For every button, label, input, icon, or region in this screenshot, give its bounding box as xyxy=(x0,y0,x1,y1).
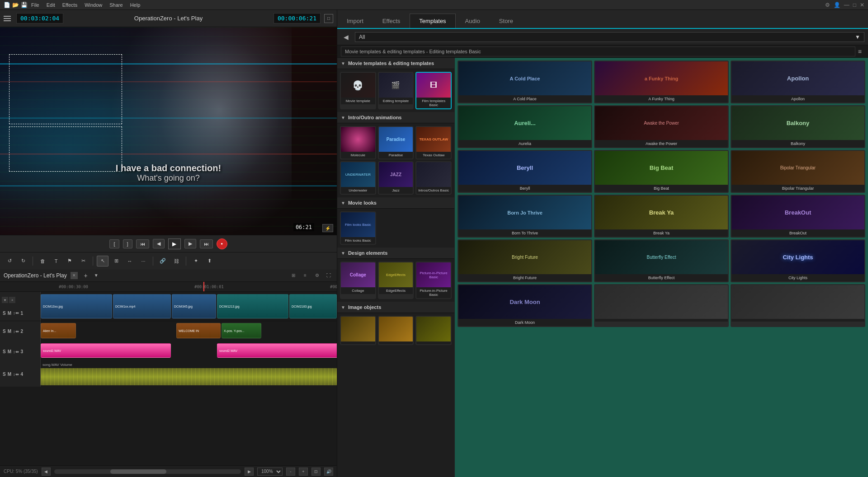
template-item-breakya[interactable]: Break Ya Break Ya xyxy=(594,195,729,238)
template-item-citylights[interactable]: City Lights City Lights xyxy=(731,239,865,282)
record-button[interactable]: ● xyxy=(217,238,227,249)
category-dropdown[interactable]: All ▼ xyxy=(355,32,864,42)
set-in-button[interactable]: [ xyxy=(109,239,119,248)
fit-timeline-button[interactable]: ⊡ xyxy=(311,468,321,476)
cat-item-jazz[interactable]: JAZZ Jazz xyxy=(378,161,414,195)
cat-item-texas[interactable]: TEXAS OUTLAW Texas Outlaw xyxy=(415,126,452,159)
track-arrows-4[interactable]: ↕⇔ xyxy=(13,372,19,377)
track-clip[interactable]: sound2.WAV xyxy=(41,343,171,358)
back-button[interactable]: ◀ xyxy=(341,33,351,42)
track-content-2[interactable]: Alien In... WELCOME IN X-pos. Y-pos... M… xyxy=(41,321,337,341)
cat-item-skull[interactable]: 💀 Movie template xyxy=(340,72,376,109)
track-arrows-3[interactable]: ↕⇔ xyxy=(13,350,19,354)
timeline-grid-icon[interactable]: ⊞ xyxy=(289,271,298,280)
current-timecode[interactable]: 00:03:02:04 xyxy=(16,13,63,23)
section-header-design[interactable]: ▼ Design elements xyxy=(337,248,454,259)
lightning-button[interactable]: ⚡ xyxy=(322,224,333,232)
templates-settings-button[interactable]: ≡ xyxy=(855,47,864,56)
menu-window[interactable]: Window xyxy=(85,2,102,8)
title-button[interactable]: T xyxy=(50,256,62,267)
menu-share[interactable]: Share xyxy=(109,2,123,8)
template-item-bright[interactable]: Bright Future Bright Future xyxy=(458,239,592,282)
jump-to-start-button[interactable]: ⏮ xyxy=(136,239,149,248)
cat-item-molecule[interactable]: Molecule xyxy=(340,126,376,159)
track-clip[interactable]: DCIM2183.jpg xyxy=(289,294,337,318)
template-item-balkony[interactable]: Balkony Balkony xyxy=(731,105,865,148)
timeline-fullscreen-icon[interactable]: ⛶ xyxy=(324,271,333,280)
cat-item-underwater[interactable]: UNDERWATER Underwater xyxy=(340,161,376,195)
maximize-preview-button[interactable]: □ xyxy=(324,14,333,23)
jump-to-end-button[interactable]: ⏭ xyxy=(200,239,213,248)
cursor-button[interactable]: ↖ xyxy=(97,256,108,267)
track-arrows-1[interactable]: ↕⇔ xyxy=(13,311,19,315)
audio-button[interactable]: 🔊 xyxy=(324,468,333,476)
unlink-button[interactable]: ⛓ xyxy=(170,256,182,267)
template-item-apollon[interactable]: Apollon Apollon xyxy=(731,61,865,103)
prev-frame-button[interactable]: ◀ xyxy=(153,239,165,248)
set-out-button[interactable]: ] xyxy=(123,239,132,248)
effects-button[interactable]: ✦ xyxy=(190,256,202,267)
timeline-close-button[interactable]: × xyxy=(71,272,78,279)
more-tools-button[interactable]: ··· xyxy=(137,256,149,267)
track-clip[interactable]: X-pos. Y-pos... xyxy=(222,323,261,338)
track-m-3[interactable]: M xyxy=(8,349,11,354)
playhead[interactable] xyxy=(203,282,204,291)
track-add-1[interactable]: + xyxy=(9,297,15,303)
template-item-butterfly[interactable]: Butterfly Effect Butterfly Effect xyxy=(594,239,729,282)
template-item-bipolar[interactable]: Bipolar Triangular Bipolar Triangular xyxy=(731,150,865,193)
export-button[interactable]: ⬆ xyxy=(203,256,215,267)
cat-item-editing[interactable]: 🎬 Editing template xyxy=(378,72,414,109)
cat-item-imgobj1[interactable] xyxy=(340,316,376,345)
template-item-darkmoon[interactable]: Dark Moon Dark Moon xyxy=(458,284,592,327)
minimize-icon[interactable]: — xyxy=(844,2,849,8)
track-m-1[interactable]: M xyxy=(8,311,11,316)
next-frame-button[interactable]: ▶ xyxy=(184,239,196,248)
track-clip[interactable]: sound2.WAV xyxy=(217,343,337,358)
track-m-4[interactable]: M xyxy=(8,372,11,377)
menu-help[interactable]: Help xyxy=(130,2,141,8)
template-item-breakout[interactable]: BreakOut BreakOut xyxy=(731,195,865,238)
tab-effects[interactable]: Effects xyxy=(373,14,410,28)
track-s-1[interactable]: S xyxy=(3,311,6,316)
zoom-out-button[interactable]: - xyxy=(286,468,295,476)
tab-store[interactable]: Store xyxy=(490,14,523,28)
track-clip[interactable]: DCIM345.jpg xyxy=(172,294,216,318)
scroll-thumb[interactable] xyxy=(110,469,166,474)
template-item-extra1[interactable] xyxy=(594,284,729,327)
nav-left-button[interactable]: ◀ xyxy=(42,468,51,476)
template-item-extra2[interactable] xyxy=(731,284,865,327)
nav-right-button[interactable]: ▶ xyxy=(245,468,254,476)
track-s-4[interactable]: S xyxy=(3,372,6,377)
track-content-1[interactable]: DCIM13xx.jpg DCIM1xx.mp4 DCIM345.jpg DCI… xyxy=(41,292,337,321)
menu-edit[interactable]: Edit xyxy=(47,2,55,8)
template-item-aurelia[interactable]: Aureli... Aurelia xyxy=(458,105,592,148)
link-button[interactable]: 🔗 xyxy=(157,256,169,267)
scroll-bar[interactable] xyxy=(54,469,241,474)
cat-item-film-looks[interactable]: Film looks Basic Film looks Basic xyxy=(340,211,376,245)
section-header-movie-templates[interactable]: ▼ Movie templates & editing templates xyxy=(337,58,454,69)
template-item-cold-place[interactable]: A Cold Place A Cold Place xyxy=(458,61,592,103)
close-window-icon[interactable]: ✕ xyxy=(860,2,864,8)
track-content-3[interactable]: sound2.WAV sound2.WAV sound2.WAV soun... xyxy=(41,341,337,362)
cut-button[interactable]: ✂ xyxy=(77,256,89,267)
track-m-2[interactable]: M xyxy=(8,329,11,334)
timeline-list-icon[interactable]: ≡ xyxy=(301,271,310,280)
maximize-window-icon[interactable]: □ xyxy=(853,2,856,8)
move-button[interactable]: ↔ xyxy=(124,256,136,267)
delete-button[interactable]: 🗑 xyxy=(37,256,48,267)
hamburger-button[interactable] xyxy=(4,14,13,23)
track-arrow-1[interactable]: ▾ xyxy=(2,297,8,303)
track-clip[interactable]: WELCOME IN xyxy=(176,323,221,338)
menu-effects[interactable]: Effects xyxy=(62,2,77,8)
template-item-awake[interactable]: Awake the Power Awake the Power xyxy=(594,105,729,148)
template-item-bigbeat[interactable]: Big Beat Big Beat xyxy=(594,150,729,193)
template-item-born[interactable]: Born Jo Thrive Born To Thrive xyxy=(458,195,592,238)
template-item-funky[interactable]: a Funky Thing A Funky Thing xyxy=(594,61,729,103)
cat-item-pip[interactable]: Picture-in-Picture Basic Picture-in-Pict… xyxy=(415,262,452,299)
folder-icon[interactable]: 📂 xyxy=(12,2,19,8)
cat-item-imgobj2[interactable] xyxy=(378,316,414,345)
timeline-settings-icon[interactable]: ⚙ xyxy=(312,271,321,280)
track-clip[interactable]: DCIM1xx.mp4 xyxy=(113,294,171,318)
cat-item-edge[interactable]: EdgeEffects EdgeEffects xyxy=(378,262,414,299)
section-header-movie-looks[interactable]: ▼ Movie looks xyxy=(337,197,454,209)
